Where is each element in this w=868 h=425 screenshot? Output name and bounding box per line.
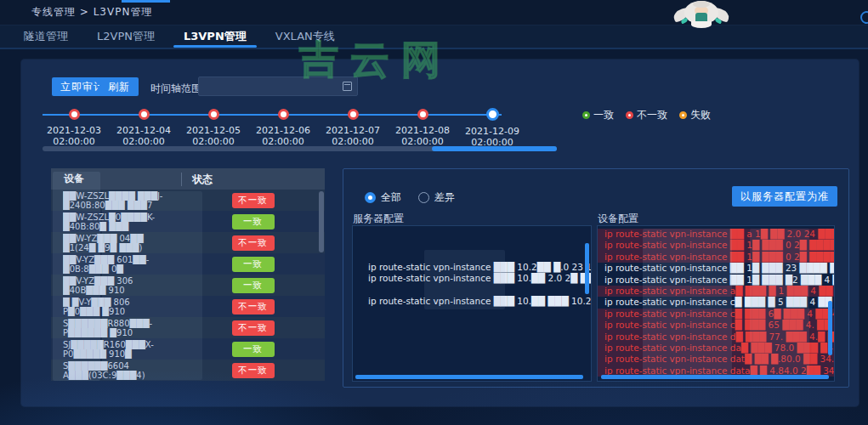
- radio-all[interactable]: 全部: [365, 190, 401, 205]
- config-line: ip route-static vpn-instance ██ 1█ ███ 0…: [598, 252, 834, 263]
- device-table: 设备 状态 ██W-ZSZL████ ███J- █240B:80███ ███…: [51, 168, 325, 381]
- server-config-box: ip route-static vpn-instance ███ 10.2██ …: [352, 225, 592, 382]
- legend-dot-icon: [582, 111, 590, 119]
- timeline-node[interactable]: 2021-12-04 02:00:00: [109, 103, 179, 147]
- config-line: ip route-static vpn-instance ██ 1█ ███ 0…: [598, 240, 834, 251]
- device-name-line2: P0█████ 910█: [63, 349, 179, 359]
- device-name-line2: █0B:8███ 0█: [63, 264, 179, 274]
- mascot-image: [673, 0, 729, 28]
- tab[interactable]: L2VPN管理: [94, 26, 158, 48]
- timeline-node[interactable]: 2021-12-05 02:00:00: [179, 103, 248, 147]
- device-status-cell: 不一致: [181, 232, 325, 253]
- status-badge: 一致: [232, 257, 275, 272]
- device-name-line2: █40B:80█ ███: [63, 222, 179, 231]
- config-line: ip route-static vpn-instance c█ ███ █ 5 …: [598, 297, 834, 308]
- device-status-cell: 不一致: [181, 360, 325, 381]
- device-name-cell: █ █V-Y███ 806 P█0███ █910: [51, 296, 181, 317]
- device-name-line1: ██V-YZ███ 306: [63, 276, 179, 286]
- table-row[interactable]: █ █V-Y███ 806 P█0███ █910 不一致: [51, 296, 325, 317]
- table-row[interactable]: S██████6604 A███(03C:9███4) 不一致: [51, 360, 325, 381]
- config-line: ip route-static vpn-instance ███ 10.2██ …: [361, 262, 584, 273]
- legend-label: 不一致: [637, 108, 667, 122]
- timeline-node-dot[interactable]: [278, 109, 289, 120]
- refresh-button[interactable]: 刷新: [99, 77, 139, 96]
- timeline-node-dot[interactable]: [486, 108, 499, 121]
- status-badge: 一致: [232, 342, 275, 357]
- device-hscrollbar-thumb[interactable]: [601, 375, 829, 379]
- timeline-node[interactable]: 2021-12-03 02:00:00: [39, 103, 109, 147]
- status-legend: 一致 不一致 失败: [582, 108, 711, 122]
- apply-server-config-button[interactable]: 以服务器配置为准: [732, 186, 837, 207]
- device-config-lines: ip route-static vpn-instance ██ a 1█ ██ …: [598, 226, 834, 377]
- table-row[interactable]: ██W-YZ███ 04██ █1(24█ █9█ ███) 不一致: [51, 232, 325, 253]
- mascot-skirt: [691, 21, 712, 28]
- time-range-label: 时间轴范围:: [150, 82, 205, 96]
- device-name-line1: S██████6604: [63, 361, 179, 371]
- timeline-node-dot[interactable]: [348, 109, 359, 120]
- tab-label: L3VPN管理: [184, 29, 247, 44]
- timeline-node[interactable]: 2021-12-09 02:00:00: [457, 103, 527, 148]
- timeline-node-date: 2021-12-05: [179, 125, 248, 136]
- filter-radios: 全部 差异: [365, 190, 455, 205]
- table-row[interactable]: ██V-YZ███ 601██- █0B:8███ 0█ 一致: [51, 253, 325, 275]
- radio-selected-icon[interactable]: [365, 192, 376, 203]
- top-progress-bar: [122, 0, 170, 3]
- table-row[interactable]: ██W-ZSZL████ ███J- █240B:80███ ███7 不一致: [51, 190, 325, 211]
- timeline-scrollbar-thumb[interactable]: [432, 146, 557, 151]
- timeline-node-dot[interactable]: [139, 109, 150, 120]
- table-row[interactable]: ██W-ZSZL█0████K- █40B:80█ ███ 一致: [51, 211, 325, 232]
- timeline-scrollbar[interactable]: [43, 146, 557, 151]
- time-range-input[interactable]: [198, 76, 358, 96]
- config-line: ip route-static vpn-instance d█ ███ 77. …: [598, 332, 834, 343]
- timeline-node-dot[interactable]: [208, 109, 219, 120]
- radio-diff[interactable]: 差异: [418, 190, 455, 205]
- timeline-node[interactable]: 2021-12-07 02:00:00: [318, 103, 388, 147]
- device-table-scrollbar-thumb[interactable]: [319, 191, 324, 252]
- table-row[interactable]: SJ█████R160███X- P0█████ 910█ 一致: [51, 338, 325, 360]
- table-row[interactable]: S██████R880███- P██████ █910 不一致: [51, 317, 325, 338]
- device-name-line2: P█0███ █910: [63, 307, 179, 316]
- tab-label: 隧道管理: [24, 29, 68, 44]
- device-name-line2: A███(03C:9███4): [63, 371, 179, 380]
- radio-unselected-icon[interactable]: [418, 192, 429, 203]
- breadcrumb: 专线管理 > L3VPN管理: [31, 5, 152, 20]
- status-badge: 不一致: [232, 320, 275, 336]
- tab-label: L2VPN管理: [97, 29, 155, 44]
- calendar-icon[interactable]: [343, 82, 352, 91]
- timeline-node-dot[interactable]: [417, 109, 428, 120]
- device-name-cell: ██W-ZSZL████ ███J- █240B:80███ ███7: [51, 190, 181, 211]
- device-name-cell: ██W-YZ███ 04██ █1(24█ █9█ ███): [51, 232, 181, 253]
- table-row[interactable]: ██V-YZ███ 306 █40B███ 910 一致: [51, 275, 325, 296]
- server-hscrollbar-thumb[interactable]: [355, 375, 583, 379]
- device-name-cell: ██V-YZ███ 306 █40B███ 910: [51, 275, 181, 296]
- config-line: ip route-static vpn-instance ███ 10.██ 2…: [361, 273, 584, 284]
- tab[interactable]: 隧道管理: [20, 26, 71, 48]
- config-line: ip route-static vpn-instance dat█ ██ █.8…: [598, 354, 834, 365]
- timeline-node[interactable]: 2021-12-06 02:00:00: [248, 103, 318, 147]
- tab[interactable]: L3VPN管理: [180, 26, 250, 48]
- device-name-cell: SJ█████R160███X- P0█████ 910█: [51, 338, 181, 360]
- device-name-line2: P██████ █910: [63, 328, 179, 337]
- timeline-node-date: 2021-12-07: [318, 125, 388, 136]
- device-vscrollbar-thumb[interactable]: [828, 301, 832, 355]
- device-name-line1: █ █V-Y███ 806: [63, 298, 179, 307]
- timeline-node-date: 2021-12-04: [109, 125, 179, 136]
- tab[interactable]: VXLAN专线: [272, 26, 338, 48]
- breadcrumb-bar: 专线管理 > L3VPN管理: [0, 0, 868, 26]
- config-line: [361, 285, 584, 296]
- corner-circle-icon[interactable]: [860, 11, 868, 24]
- timeline-node[interactable]: 2021-12-08 02:00:00: [388, 103, 457, 147]
- device-name-cell: S██████6604 A███(03C:9███4): [51, 360, 181, 381]
- timeline-node-dot[interactable]: [69, 109, 80, 120]
- device-name-cell: S██████R880███- P██████ █910: [51, 317, 181, 338]
- config-line: ip route-static vpn-instance ███ 10.██ █…: [361, 296, 584, 307]
- device-name-line1: ██W-ZSZL████ ███J-: [63, 191, 179, 201]
- config-line: ip route-static vpn-instance c█ ███ 65 █…: [598, 320, 834, 331]
- mascot-bangs: [693, 1, 710, 8]
- main-panel: 立即审计 刷新 时间轴范围: 2021-12-03 02:00:00 2021-…: [21, 60, 859, 406]
- server-vscrollbar-thumb[interactable]: [585, 243, 589, 294]
- status-badge: 一致: [232, 278, 275, 293]
- device-status-cell: 一致: [181, 275, 325, 296]
- config-line: ip route-static vpn-instance c█ ███ 6█ █…: [598, 309, 834, 320]
- device-name-line2: █240B:80███ ███7: [63, 201, 179, 210]
